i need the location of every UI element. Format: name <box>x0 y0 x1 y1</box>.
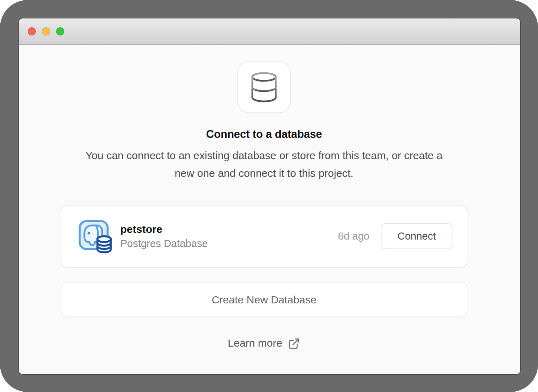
database-list-item: petstore Postgres Database 6d ago Connec… <box>61 205 467 268</box>
dialog-content: Connect to a database You can connect to… <box>61 45 467 350</box>
minimize-button[interactable] <box>42 27 50 35</box>
zoom-button[interactable] <box>56 27 64 35</box>
connect-button[interactable]: Connect <box>381 223 452 249</box>
database-name: petstore <box>120 223 208 235</box>
database-icon <box>237 61 291 113</box>
dialog-title: Connect to a database <box>206 128 322 141</box>
dialog-description: You can connect to an existing database … <box>85 147 443 182</box>
database-meta: petstore Postgres Database <box>120 223 208 250</box>
learn-more-link[interactable]: Learn more <box>228 336 300 350</box>
external-link-icon <box>288 337 300 350</box>
screenshot-frame: Connect to a database You can connect to… <box>0 0 538 392</box>
postgres-elephant-icon <box>78 219 114 254</box>
app-window: Connect to a database You can connect to… <box>19 18 520 374</box>
database-type: Postgres Database <box>120 238 208 250</box>
learn-more-label: Learn more <box>228 337 282 349</box>
close-button[interactable] <box>28 27 36 35</box>
last-used-timestamp: 6d ago <box>338 230 369 242</box>
create-new-database-button[interactable]: Create New Database <box>61 282 467 317</box>
titlebar <box>19 18 520 45</box>
